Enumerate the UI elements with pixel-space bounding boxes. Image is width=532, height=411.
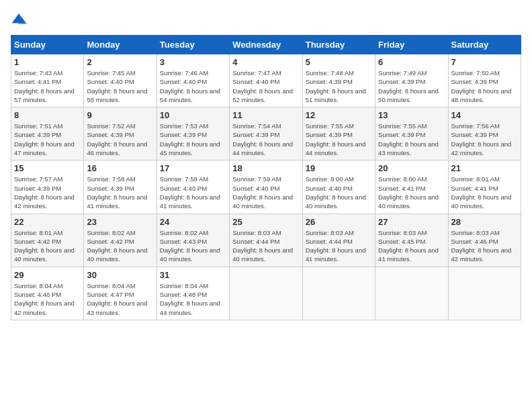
calendar-cell: 28 Sunrise: 8:03 AM Sunset: 4:46 PM Dayl…: [448, 214, 521, 267]
calendar-cell: 4 Sunrise: 7:47 AM Sunset: 4:40 PM Dayli…: [230, 54, 302, 107]
day-info: Sunrise: 7:56 AM Sunset: 4:39 PM Dayligh…: [451, 122, 518, 157]
calendar-cell: 14 Sunrise: 7:56 AM Sunset: 4:39 PM Dayl…: [448, 107, 521, 161]
day-info: Sunrise: 8:03 AM Sunset: 4:44 PM Dayligh…: [306, 228, 372, 264]
day-number: 31: [160, 270, 226, 280]
day-info: Sunrise: 7:58 AM Sunset: 4:40 PM Dayligh…: [160, 175, 226, 210]
day-info: Sunrise: 8:01 AM Sunset: 4:42 PM Dayligh…: [14, 228, 81, 264]
day-number: 26: [306, 217, 372, 227]
calendar-cell: 21 Sunrise: 8:01 AM Sunset: 4:41 PM Dayl…: [448, 161, 521, 214]
calendar-cell: 17 Sunrise: 7:58 AM Sunset: 4:40 PM Dayl…: [157, 161, 229, 214]
calendar-cell: 11 Sunrise: 7:54 AM Sunset: 4:39 PM Dayl…: [230, 107, 302, 161]
day-info: Sunrise: 8:00 AM Sunset: 4:41 PM Dayligh…: [378, 175, 445, 210]
day-number: 6: [378, 57, 445, 67]
weekday-friday: Friday: [375, 36, 448, 54]
calendar-cell: 29 Sunrise: 8:04 AM Sunset: 4:46 PM Dayl…: [11, 267, 84, 320]
calendar-body: 1 Sunrise: 7:43 AM Sunset: 4:41 PM Dayli…: [11, 54, 521, 320]
weekday-saturday: Saturday: [448, 36, 521, 54]
calendar-cell: 1 Sunrise: 7:43 AM Sunset: 4:41 PM Dayli…: [11, 54, 84, 107]
page-header: [11, 11, 521, 30]
day-number: 7: [451, 57, 518, 67]
day-number: 15: [14, 163, 81, 173]
calendar-cell: 20 Sunrise: 8:00 AM Sunset: 4:41 PM Dayl…: [375, 161, 448, 214]
day-info: Sunrise: 8:04 AM Sunset: 4:47 PM Dayligh…: [87, 281, 153, 317]
day-number: 25: [232, 217, 299, 227]
day-info: Sunrise: 7:58 AM Sunset: 4:39 PM Dayligh…: [87, 175, 153, 210]
calendar-cell: 12 Sunrise: 7:55 AM Sunset: 4:39 PM Dayl…: [302, 107, 375, 161]
day-number: 14: [451, 110, 518, 120]
calendar-cell: 22 Sunrise: 8:01 AM Sunset: 4:42 PM Dayl…: [11, 214, 84, 267]
calendar-cell: [375, 267, 448, 320]
day-number: 12: [306, 110, 372, 120]
day-info: Sunrise: 7:51 AM Sunset: 4:39 PM Dayligh…: [14, 122, 81, 157]
calendar-cell: 8 Sunrise: 7:51 AM Sunset: 4:39 PM Dayli…: [11, 107, 84, 161]
day-info: Sunrise: 7:45 AM Sunset: 4:40 PM Dayligh…: [87, 68, 153, 104]
calendar-cell: 26 Sunrise: 8:03 AM Sunset: 4:44 PM Dayl…: [302, 214, 375, 267]
calendar-cell: 18 Sunrise: 7:59 AM Sunset: 4:40 PM Dayl…: [230, 161, 302, 214]
calendar-week-1: 1 Sunrise: 7:43 AM Sunset: 4:41 PM Dayli…: [11, 54, 521, 107]
calendar-week-5: 29 Sunrise: 8:04 AM Sunset: 4:46 PM Dayl…: [11, 267, 521, 320]
calendar-cell: 15 Sunrise: 7:57 AM Sunset: 4:39 PM Dayl…: [11, 161, 84, 214]
logo: [11, 11, 30, 30]
day-number: 28: [451, 217, 518, 227]
day-info: Sunrise: 7:47 AM Sunset: 4:40 PM Dayligh…: [232, 68, 299, 104]
day-number: 27: [378, 217, 445, 227]
day-info: Sunrise: 8:02 AM Sunset: 4:43 PM Dayligh…: [160, 228, 226, 264]
day-info: Sunrise: 8:03 AM Sunset: 4:45 PM Dayligh…: [378, 228, 445, 264]
calendar-cell: 2 Sunrise: 7:45 AM Sunset: 4:40 PM Dayli…: [84, 54, 157, 107]
logo-icon: [11, 11, 27, 27]
day-number: 20: [378, 163, 445, 173]
calendar-cell: 19 Sunrise: 8:00 AM Sunset: 4:40 PM Dayl…: [302, 161, 375, 214]
calendar-cell: 13 Sunrise: 7:55 AM Sunset: 4:39 PM Dayl…: [375, 107, 448, 161]
day-info: Sunrise: 7:49 AM Sunset: 4:39 PM Dayligh…: [378, 68, 445, 104]
calendar-cell: 6 Sunrise: 7:49 AM Sunset: 4:39 PM Dayli…: [375, 54, 448, 107]
day-number: 19: [306, 163, 372, 173]
day-number: 22: [14, 217, 81, 227]
calendar-cell: 23 Sunrise: 8:02 AM Sunset: 4:42 PM Dayl…: [84, 214, 157, 267]
day-number: 17: [160, 163, 226, 173]
calendar-cell: 3 Sunrise: 7:46 AM Sunset: 4:40 PM Dayli…: [157, 54, 229, 107]
day-info: Sunrise: 7:43 AM Sunset: 4:41 PM Dayligh…: [14, 68, 81, 104]
day-info: Sunrise: 7:48 AM Sunset: 4:39 PM Dayligh…: [306, 68, 372, 104]
day-info: Sunrise: 7:50 AM Sunset: 4:39 PM Dayligh…: [451, 68, 518, 104]
weekday-monday: Monday: [84, 36, 157, 54]
day-number: 11: [232, 110, 299, 120]
day-number: 9: [87, 110, 153, 120]
day-number: 2: [87, 57, 153, 67]
calendar-cell: [448, 267, 521, 320]
calendar-table: SundayMondayTuesdayWednesdayThursdayFrid…: [11, 35, 521, 320]
calendar-cell: 25 Sunrise: 8:03 AM Sunset: 4:44 PM Dayl…: [230, 214, 302, 267]
calendar-week-4: 22 Sunrise: 8:01 AM Sunset: 4:42 PM Dayl…: [11, 214, 521, 267]
day-number: 8: [14, 110, 81, 120]
calendar-cell: 24 Sunrise: 8:02 AM Sunset: 4:43 PM Dayl…: [157, 214, 229, 267]
day-number: 21: [451, 163, 518, 173]
day-info: Sunrise: 8:04 AM Sunset: 4:48 PM Dayligh…: [160, 281, 226, 317]
day-info: Sunrise: 8:02 AM Sunset: 4:42 PM Dayligh…: [87, 228, 153, 264]
calendar-cell: 27 Sunrise: 8:03 AM Sunset: 4:45 PM Dayl…: [375, 214, 448, 267]
day-number: 1: [14, 57, 81, 67]
day-number: 24: [160, 217, 226, 227]
day-info: Sunrise: 7:54 AM Sunset: 4:39 PM Dayligh…: [232, 122, 299, 157]
day-number: 13: [378, 110, 445, 120]
day-info: Sunrise: 7:53 AM Sunset: 4:39 PM Dayligh…: [160, 122, 226, 157]
day-number: 30: [87, 270, 153, 280]
day-info: Sunrise: 7:55 AM Sunset: 4:39 PM Dayligh…: [378, 122, 445, 157]
day-info: Sunrise: 8:04 AM Sunset: 4:46 PM Dayligh…: [14, 281, 81, 317]
weekday-sunday: Sunday: [11, 36, 84, 54]
day-number: 29: [14, 270, 81, 280]
calendar-cell: [230, 267, 302, 320]
day-number: 18: [232, 163, 299, 173]
day-info: Sunrise: 7:57 AM Sunset: 4:39 PM Dayligh…: [14, 175, 81, 210]
day-number: 16: [87, 163, 153, 173]
day-number: 5: [306, 57, 372, 67]
calendar-cell: 31 Sunrise: 8:04 AM Sunset: 4:48 PM Dayl…: [157, 267, 229, 320]
calendar-cell: 9 Sunrise: 7:52 AM Sunset: 4:39 PM Dayli…: [84, 107, 157, 161]
day-info: Sunrise: 8:03 AM Sunset: 4:44 PM Dayligh…: [232, 228, 299, 264]
calendar-cell: [302, 267, 375, 320]
weekday-tuesday: Tuesday: [157, 36, 229, 54]
weekday-thursday: Thursday: [302, 36, 375, 54]
day-number: 23: [87, 217, 153, 227]
day-info: Sunrise: 7:55 AM Sunset: 4:39 PM Dayligh…: [306, 122, 372, 157]
day-info: Sunrise: 8:01 AM Sunset: 4:41 PM Dayligh…: [451, 175, 518, 210]
day-info: Sunrise: 8:00 AM Sunset: 4:40 PM Dayligh…: [306, 175, 372, 210]
calendar-week-3: 15 Sunrise: 7:57 AM Sunset: 4:39 PM Dayl…: [11, 161, 521, 214]
